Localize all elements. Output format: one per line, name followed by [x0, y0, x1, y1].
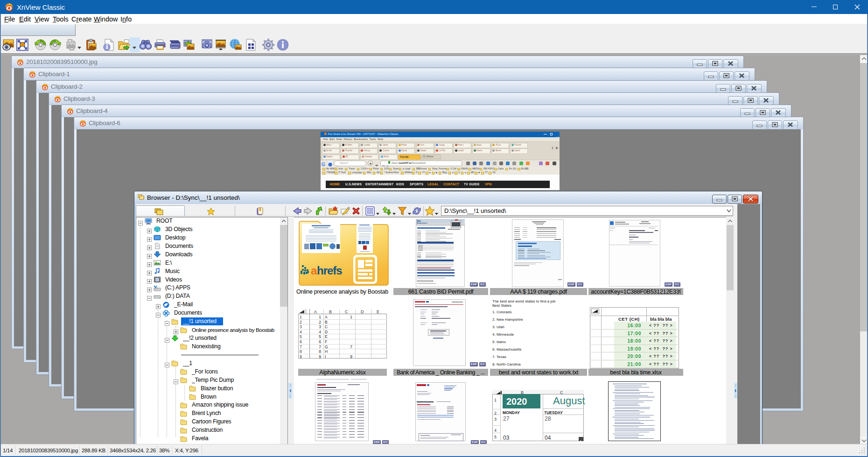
svg-text:hrefs: hrefs	[317, 264, 342, 276]
svg-text:a: a	[311, 264, 317, 276]
